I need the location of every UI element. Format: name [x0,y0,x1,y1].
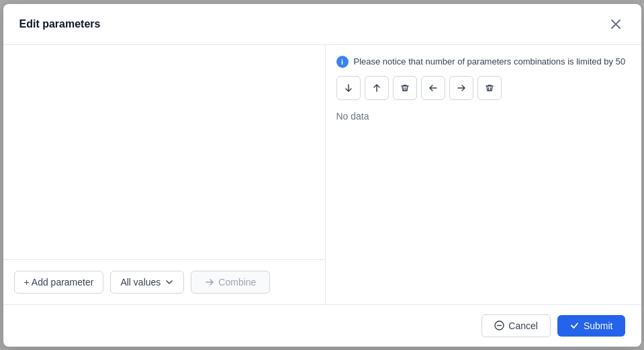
delete-row-button[interactable] [393,76,417,100]
move-up-button[interactable] [365,76,389,100]
info-icon: i [336,56,349,68]
trash-col-icon [485,83,494,93]
left-panel-content [3,45,325,259]
arrow-right-toolbar-icon [457,83,466,93]
combine-label: Combine [218,277,256,288]
move-right-button[interactable] [449,76,473,100]
arrow-left-icon [428,83,438,93]
cancel-button[interactable]: Cancel [481,314,551,337]
left-panel-footer: + Add parameter All values Combine [3,259,325,304]
chevron-down-icon [165,277,174,287]
notice-text: Please notice that number of parameters … [354,56,626,67]
add-parameter-button[interactable]: + Add parameter [14,271,104,294]
modal: Edit parameters + Add parameter [3,4,641,347]
all-values-label: All values [120,277,160,288]
arrow-down-icon [344,83,353,93]
arrow-up-icon [372,83,381,93]
toolbar [336,76,631,100]
modal-title: Edit parameters [19,18,101,30]
notice-bar: i Please notice that number of parameter… [336,56,631,68]
modal-overlay: Edit parameters + Add parameter [0,0,644,350]
delete-col-button[interactable] [477,76,502,100]
left-panel: + Add parameter All values Combine [3,45,326,304]
submit-label: Submit [584,320,613,331]
move-down-button[interactable] [336,76,361,100]
arrow-right-icon [205,277,214,287]
cancel-icon [494,320,504,331]
close-icon [610,19,621,30]
move-left-button[interactable] [421,76,445,100]
right-panel: i Please notice that number of parameter… [326,45,641,304]
cancel-label: Cancel [508,320,538,331]
modal-header: Edit parameters [3,4,641,45]
close-button[interactable] [606,15,625,34]
modal-body: + Add parameter All values Combine [3,45,641,304]
add-parameter-label: + Add parameter [24,277,94,288]
combine-button[interactable]: Combine [191,271,270,294]
trash-icon [400,83,410,93]
check-icon [569,320,580,331]
no-data-text: No data [336,108,631,124]
all-values-button[interactable]: All values [110,271,184,294]
modal-footer: Cancel Submit [3,304,641,347]
submit-button[interactable]: Submit [557,315,625,337]
